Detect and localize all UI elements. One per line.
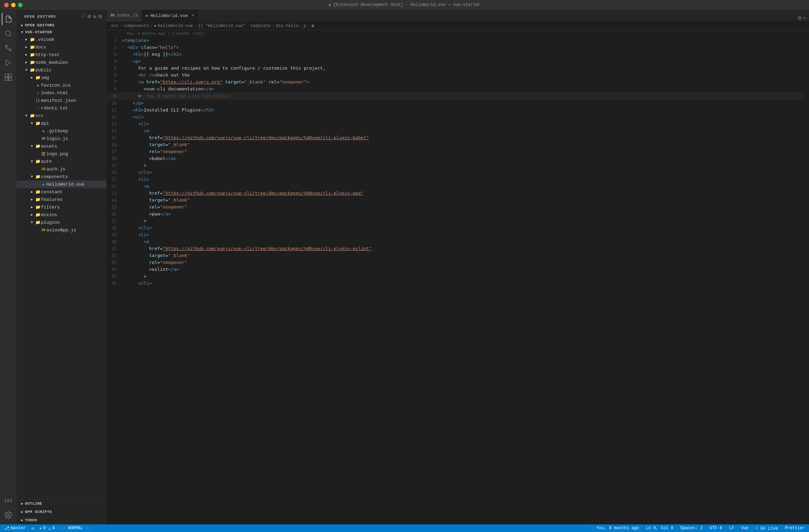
new-file-icon[interactable]: □	[82, 13, 86, 20]
tree-item-manifest-json[interactable]: {} manifest.json	[17, 97, 106, 104]
tree-item-components[interactable]: 📁 components	[17, 173, 106, 180]
go-live-item[interactable]: ⚡ Go Live	[754, 526, 780, 531]
more-actions-icon[interactable]: ⋯	[803, 15, 806, 21]
tree-item-helloworld-vue[interactable]: ◈ HelloWorld.vue	[17, 180, 106, 188]
code-line-8[interactable]: 8 >vue-cli documentation</a>	[107, 86, 804, 92]
code-line-18[interactable]: 18 >babel</a>	[107, 155, 804, 162]
tree-item-node-modules[interactable]: 📁 node_modules	[17, 59, 106, 66]
tree-item-img[interactable]: 📁 img	[17, 74, 106, 81]
sidebar-section-open-editors[interactable]: OPEN EDITORS	[17, 22, 106, 29]
outline-section-header[interactable]: OUTLINE	[17, 499, 106, 508]
code-line-24[interactable]: 24 target="_blank"	[107, 197, 804, 204]
tree-item-auth[interactable]: 📁 auth	[17, 158, 106, 165]
git-branch-item[interactable]: ⎇ master	[3, 525, 27, 531]
tree-item-mixins[interactable]: 📁 mixins	[17, 211, 106, 219]
prettier-item[interactable]: Prettier	[783, 526, 806, 531]
code-line-32[interactable]: 32 target="_blank"	[107, 252, 804, 259]
search-activity-icon[interactable]	[2, 27, 15, 40]
code-line-35[interactable]: 35 >	[107, 273, 804, 280]
code-line-16[interactable]: 16 target="_blank"	[107, 141, 804, 148]
debug-activity-icon[interactable]	[2, 56, 15, 69]
code-line-34[interactable]: 34 >eslint</a>	[107, 266, 804, 273]
tree-item-auth-js[interactable]: JS auth.js	[17, 165, 106, 173]
tab-close-icon[interactable]: ×	[191, 13, 194, 18]
cursor-position-item[interactable]: Ln 9, Col 8	[644, 526, 675, 531]
code-line-30[interactable]: 30 <a	[107, 238, 804, 245]
minimize-button[interactable]	[11, 3, 16, 7]
bc-div-hello[interactable]: div.hello	[276, 24, 298, 28]
code-line-6[interactable]: 6 <br />check out the	[107, 72, 804, 79]
code-area[interactable]: 1<template>2 <div class="hello">3 <h1>{{…	[107, 37, 804, 524]
sync-item[interactable]: ↺	[30, 526, 35, 531]
tree-item-axiosapp-js[interactable]: JS axiosApp.js	[17, 226, 106, 234]
maximize-button[interactable]	[18, 3, 23, 7]
bc-component-def[interactable]: {} "HelloWorld.vue"	[198, 24, 245, 28]
extensions-activity-icon[interactable]	[2, 71, 15, 84]
tree-item-robots-txt[interactable]: □ robots.txt	[17, 104, 106, 112]
tree-item-index-html[interactable]: ◇ index.html	[17, 89, 106, 97]
close-button[interactable]	[4, 3, 9, 7]
code-line-28[interactable]: 28 </li>	[107, 224, 804, 231]
code-line-33[interactable]: 33 rel="noopener"	[107, 259, 804, 266]
code-line-15[interactable]: 15 href="https://github.com/vuejs/vue-cl…	[107, 134, 804, 141]
code-line-13[interactable]: 13 <li>	[107, 121, 804, 127]
code-line-27[interactable]: 27 >	[107, 218, 804, 224]
code-line-23[interactable]: 23 href="https://github.com/vuejs/vue-cl…	[107, 190, 804, 197]
settings-activity-icon[interactable]	[2, 508, 15, 522]
tab-helloworld-vue[interactable]: ◈ HelloWorld.vue ×	[142, 10, 198, 21]
code-line-17[interactable]: 17 rel="noopener"	[107, 148, 804, 155]
bc-template[interactable]: template	[251, 24, 271, 28]
tree-item-docs[interactable]: 📁 docs	[17, 43, 106, 51]
code-line-14[interactable]: 14 <a	[107, 127, 804, 134]
source-control-activity-icon[interactable]	[2, 42, 15, 55]
tab-index-js[interactable]: JS index.js	[107, 10, 142, 21]
code-line-25[interactable]: 25 rel="noopener"	[107, 204, 804, 211]
tree-item-vscode[interactable]: 📁 .vscode	[17, 36, 106, 43]
code-line-3[interactable]: 3 <h1>{{ msg }}</h1>	[107, 51, 804, 58]
tree-item-src[interactable]: 📁 src	[17, 112, 106, 119]
new-folder-icon[interactable]: ⊡	[88, 13, 91, 20]
tree-item-filters[interactable]: 📁 filters	[17, 203, 106, 211]
code-line-1[interactable]: 1<template>	[107, 37, 804, 44]
npm-scripts-section-header[interactable]: NPM SCRIPTS	[17, 508, 106, 516]
tree-item-public[interactable]: 📁 public	[17, 66, 106, 74]
bc-components[interactable]: components	[124, 24, 149, 28]
code-line-7[interactable]: 7 <a href="https://cli.vuejs.org" target…	[107, 79, 804, 86]
code-line-31[interactable]: 31 href="https://github.com/vuejs/vue-cl…	[107, 245, 804, 252]
code-line-26[interactable]: 26 >pwa</a>	[107, 211, 804, 218]
code-line-9[interactable]: 9 >You, 8 months ago • fix lint errors	[107, 92, 804, 100]
code-line-29[interactable]: 29 <li>	[107, 231, 804, 238]
tree-item-gitkeep[interactable]: ◆ .gitkeep	[17, 127, 106, 135]
code-line-5[interactable]: 5 For a guide and recipes on how to conf…	[107, 65, 804, 72]
tree-item-features[interactable]: 📁 features	[17, 196, 106, 203]
encoding-item[interactable]: UTF-8	[708, 526, 724, 531]
code-line-10[interactable]: 10 </p>	[107, 100, 804, 107]
explorer-activity-icon[interactable]	[2, 12, 15, 26]
code-line-4[interactable]: 4 <p>	[107, 58, 804, 65]
language-item[interactable]: Vue	[740, 526, 750, 531]
bc-helloworld-vue[interactable]: HelloWorld.vue	[158, 24, 193, 28]
sidebar-section-vue-starter[interactable]: VUE-STARTER	[17, 29, 106, 36]
code-line-2[interactable]: 2 <div class="hello">	[107, 44, 804, 51]
tree-item-favicon[interactable]: ★ favicon.ico	[17, 81, 106, 89]
remote-activity-icon[interactable]	[2, 494, 15, 507]
code-line-19[interactable]: 19 >	[107, 162, 804, 169]
tree-item-assets[interactable]: 📁 assets	[17, 142, 106, 150]
collapse-icon[interactable]: ⊟	[99, 13, 102, 20]
tree-item-logo-png[interactable]: 🖼 logo.png	[17, 150, 106, 158]
bc-a[interactable]: a	[312, 24, 314, 28]
code-line-20[interactable]: 20 </li>	[107, 169, 804, 176]
code-line-22[interactable]: 22 <a	[107, 183, 804, 190]
spaces-item[interactable]: Spaces: 2	[679, 526, 704, 531]
line-ending-item[interactable]: LF	[728, 526, 736, 531]
code-line-21[interactable]: 21 <li>	[107, 176, 804, 183]
code-line-11[interactable]: 11 <h3>Installed CLI Plugins</h3>	[107, 107, 804, 114]
refresh-icon[interactable]: ↻	[93, 13, 97, 20]
errors-item[interactable]: ✕ 0 △ 0	[38, 526, 56, 531]
code-line-12[interactable]: 12 <ul>	[107, 114, 804, 121]
tree-item-api[interactable]: 📁 api	[17, 119, 106, 127]
todos-section-header[interactable]: TODOS	[17, 516, 106, 524]
split-editor-icon[interactable]: ⧉	[798, 15, 801, 21]
tree-item-constant[interactable]: 📁 constant	[17, 188, 106, 196]
tree-item-plugins[interactable]: 📁 plugins	[17, 219, 106, 226]
